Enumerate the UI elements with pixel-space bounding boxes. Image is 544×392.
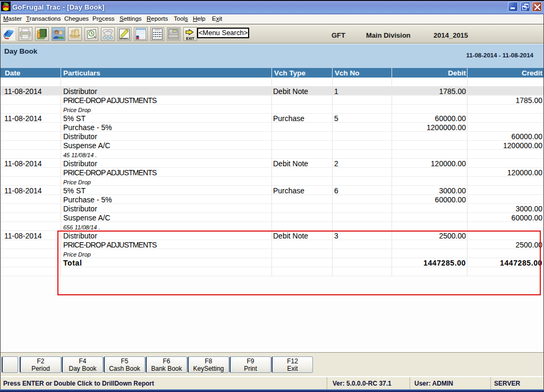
svg-text:EXIT: EXIT (186, 37, 194, 40)
